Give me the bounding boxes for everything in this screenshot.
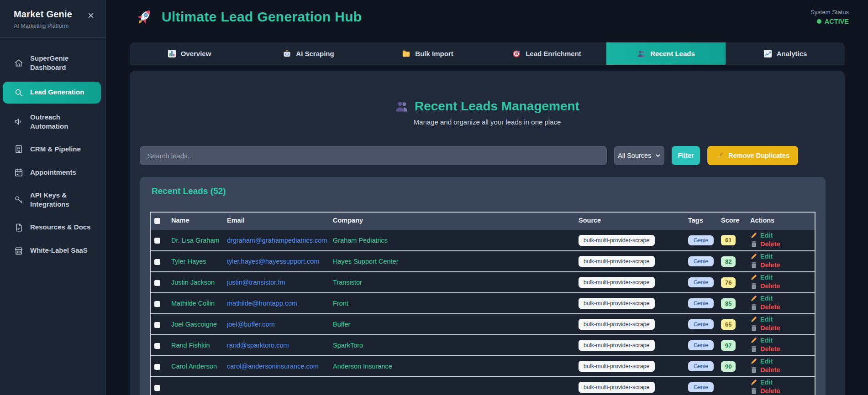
row-checkbox[interactable] <box>154 343 160 349</box>
status-value: ACTIVE <box>825 18 849 25</box>
pencil-icon <box>750 358 758 365</box>
folder-icon <box>402 49 410 58</box>
row-checkbox[interactable] <box>154 238 160 244</box>
sidebar-item-label: Outreach Automation <box>30 113 95 131</box>
edit-button[interactable]: Edit <box>750 274 773 281</box>
delete-button[interactable]: Delete <box>750 387 780 395</box>
pencil-icon <box>750 253 758 260</box>
row-checkbox[interactable] <box>154 301 160 307</box>
tab-label: Analytics <box>777 50 807 57</box>
system-status: System Status ACTIVE <box>810 9 849 25</box>
trash-icon <box>750 366 758 374</box>
recent-leads-panel: Recent Leads Management Manage and organ… <box>130 71 845 395</box>
tab-lead-enrichment[interactable]: Lead Enrichment <box>487 42 606 65</box>
lead-email[interactable]: mathilde@frontapp.com <box>223 293 329 314</box>
leads-count-title: Recent Leads (52) <box>152 186 815 196</box>
lead-email[interactable]: joel@buffer.com <box>223 314 329 335</box>
edit-button[interactable]: Edit <box>750 337 773 344</box>
lead-email[interactable]: rand@sparktoro.com <box>223 335 329 356</box>
pencil-icon <box>750 337 758 344</box>
delete-button[interactable]: Delete <box>750 261 780 269</box>
delete-button[interactable]: Delete <box>750 324 780 332</box>
lead-company: Front <box>329 293 575 314</box>
lead-email[interactable] <box>223 377 329 395</box>
pencil-icon <box>750 316 758 323</box>
delete-button[interactable]: Delete <box>750 345 780 353</box>
source-filter-value: All Sources <box>618 152 651 159</box>
edit-button[interactable]: Edit <box>750 358 773 365</box>
lead-email[interactable]: justin@transistor.fm <box>223 272 329 293</box>
delete-button-label: Delete <box>760 345 780 353</box>
lead-name: Mathilde Collin <box>168 293 223 314</box>
building-icon <box>14 144 24 154</box>
edit-button-label: Edit <box>760 253 773 260</box>
sidebar-item-supergenie-dashboard[interactable]: SuperGenie Dashboard <box>3 50 101 77</box>
brand-subtitle: AI Marketing Platform <box>14 23 95 29</box>
sidebar-item-appointments[interactable]: Appointments <box>3 163 101 182</box>
sidebar-item-white-label-saas[interactable]: White-Label SaaS <box>3 242 101 260</box>
delete-button[interactable]: Delete <box>750 282 780 290</box>
source-filter-select[interactable]: All Sources <box>614 146 664 165</box>
lead-score-badge: 82 <box>721 256 736 267</box>
row-checkbox[interactable] <box>154 259 160 265</box>
sidebar-header: Market Genie AI Marketing Platform <box>0 0 105 38</box>
row-checkbox[interactable] <box>154 322 160 328</box>
column-header-source: Source <box>575 212 684 230</box>
sidebar-item-outreach-automation[interactable]: Outreach Automation <box>3 109 101 135</box>
tab-label: Lead Enrichment <box>526 50 581 57</box>
tab-bulk-import[interactable]: Bulk Import <box>368 42 487 65</box>
trash-icon <box>750 303 758 311</box>
row-checkbox[interactable] <box>154 280 160 286</box>
tab-analytics[interactable]: Analytics <box>726 42 845 65</box>
delete-button-label: Delete <box>760 303 780 311</box>
delete-button-label: Delete <box>760 366 780 374</box>
lead-name: Rand Fishkin <box>168 335 223 356</box>
lead-email[interactable]: carol@andersoninsurance.com <box>223 356 329 377</box>
sidebar-item-resources-docs[interactable]: Resources & Docs <box>3 218 101 237</box>
tab-ai-scraping[interactable]: AI Scraping <box>249 42 368 65</box>
sidebar-item-crm-pipeline[interactable]: CRM & Pipeline <box>3 140 101 158</box>
key-icon <box>14 195 24 205</box>
lead-email[interactable]: drgraham@grahampediatrics.com <box>223 230 329 251</box>
sidebar-item-label: CRM & Pipeline <box>30 145 81 154</box>
edit-button[interactable]: Edit <box>750 316 773 323</box>
edit-button[interactable]: Edit <box>750 379 773 386</box>
edit-button-label: Edit <box>760 316 773 323</box>
delete-button[interactable]: Delete <box>750 240 780 248</box>
lead-source-badge: bulk-multi-provider-scrape <box>579 319 655 330</box>
leads-controls: All Sources Filter Remove Duplicates <box>140 146 798 165</box>
delete-button[interactable]: Delete <box>750 303 780 311</box>
remove-duplicates-button[interactable]: Remove Duplicates <box>707 146 798 165</box>
sidebar-item-label: Lead Generation <box>30 88 84 97</box>
broom-icon <box>716 152 724 160</box>
close-sidebar-button[interactable] <box>87 12 95 19</box>
trash-icon <box>750 240 758 248</box>
lead-tag-badge: Genie <box>688 298 714 308</box>
row-checkbox[interactable] <box>154 364 160 370</box>
column-header-actions: Actions <box>747 212 815 230</box>
rocket-icon <box>132 4 157 30</box>
lead-source-badge: bulk-multi-provider-scrape <box>579 235 655 246</box>
row-checkbox[interactable] <box>154 385 160 391</box>
sidebar-item-api-keys-integrations[interactable]: API Keys & Integrations <box>3 187 101 213</box>
edit-button[interactable]: Edit <box>750 232 773 239</box>
lead-company: Buffer <box>329 314 575 335</box>
edit-button[interactable]: Edit <box>750 295 773 302</box>
tab-overview[interactable]: Overview <box>130 42 249 65</box>
sidebar-item-label: Appointments <box>30 168 76 177</box>
lead-company: Hayes Support Center <box>329 251 575 272</box>
sidebar-nav: SuperGenie Dashboard Lead Generation Out… <box>0 38 105 260</box>
filter-button[interactable]: Filter <box>672 146 700 165</box>
delete-button[interactable]: Delete <box>750 366 780 374</box>
lead-email[interactable]: tyler.hayes@hayessupport.com <box>223 251 329 272</box>
tab-recent-leads[interactable]: Recent Leads <box>606 42 726 65</box>
column-header-name: Name <box>168 212 223 230</box>
sidebar-item-lead-generation[interactable]: Lead Generation <box>3 82 101 104</box>
select-all-checkbox[interactable] <box>154 218 160 224</box>
chart-up-icon <box>763 49 772 58</box>
edit-button[interactable]: Edit <box>750 253 773 260</box>
column-header-company: Company <box>329 212 575 230</box>
trash-icon <box>750 261 758 269</box>
table-row: Mathilde Collin mathilde@frontapp.com Fr… <box>150 293 815 314</box>
search-input[interactable] <box>140 146 607 165</box>
